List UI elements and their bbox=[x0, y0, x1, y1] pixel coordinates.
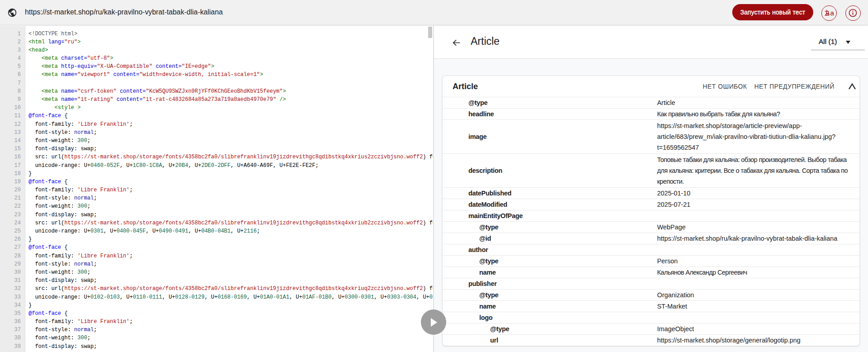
svg-text:a: a bbox=[830, 9, 835, 17]
